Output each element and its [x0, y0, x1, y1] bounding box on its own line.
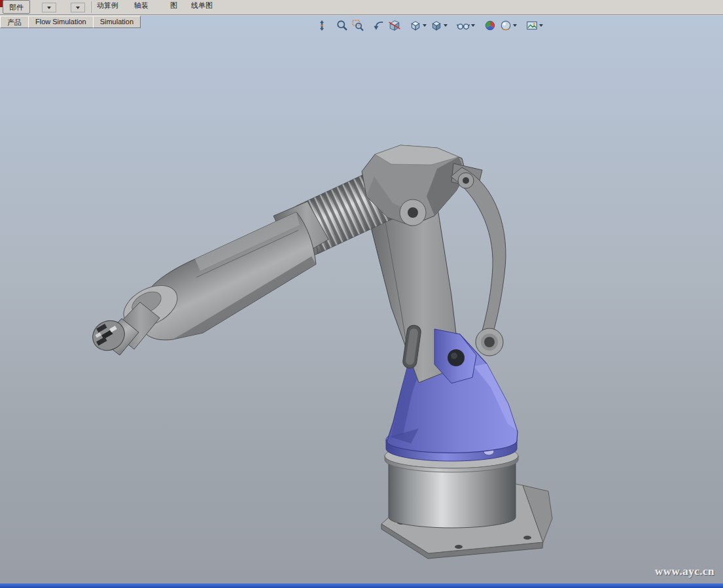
- tab-simulation[interactable]: Simulation: [93, 16, 141, 28]
- forearm-link[interactable]: [139, 212, 316, 340]
- view-settings-icon[interactable]: [525, 18, 544, 33]
- fastener-dropdown-button[interactable]: [71, 3, 85, 12]
- solidworks-window: 部件 动算例 轴装 图 线单图: [0, 0, 723, 588]
- toolbar-separator: [92, 1, 93, 13]
- chevron-down-icon: [513, 24, 517, 27]
- top-toolbar: 部件 动算例 轴装 图 线单图: [0, 0, 723, 15]
- previous-view-icon[interactable]: [372, 18, 385, 33]
- tab-flow-simulation[interactable]: Flow Simulation: [28, 16, 94, 28]
- toolbar-label-view[interactable]: 图: [170, 1, 177, 10]
- view-toolbar: [315, 18, 545, 33]
- zoom-to-area-icon[interactable]: [351, 18, 364, 33]
- zoom-to-fit-icon[interactable]: [336, 18, 349, 33]
- insert-component-label: 部件: [9, 3, 24, 11]
- apply-scene-icon[interactable]: [499, 18, 518, 33]
- zoom-in-out-icon[interactable]: [316, 18, 328, 33]
- chevron-down-icon: [47, 7, 51, 9]
- section-view-icon[interactable]: [388, 18, 401, 33]
- insert-component-button[interactable]: 部件: [3, 0, 30, 14]
- graphics-area[interactable]: 产品 Flow Simulation Simulation: [0, 16, 723, 583]
- component-dropdown-button[interactable]: [42, 3, 56, 12]
- end-effector[interactable]: [87, 302, 160, 356]
- tab-office-products[interactable]: 产品: [0, 16, 29, 28]
- view-orientation-icon[interactable]: [409, 18, 427, 33]
- chevron-down-icon: [539, 24, 543, 27]
- chevron-down-icon: [76, 7, 80, 9]
- robot-arm-model[interactable]: [0, 16, 723, 583]
- edit-appearance-icon[interactable]: [484, 18, 497, 33]
- chevron-down-icon: [444, 24, 448, 27]
- watermark: www.ayc.cn: [655, 565, 714, 578]
- taskbar-strip: [0, 583, 723, 588]
- chevron-down-icon: [423, 24, 427, 27]
- chevron-down-icon: [471, 24, 475, 27]
- toolbar-label-drawing[interactable]: 线单图: [191, 1, 213, 10]
- display-style-icon[interactable]: [430, 18, 448, 33]
- toolbar-label-assembly[interactable]: 轴装: [134, 1, 149, 10]
- linkage-rod[interactable]: [451, 164, 506, 356]
- hide-show-items-icon[interactable]: [456, 18, 476, 33]
- toolbar-label-motion-study[interactable]: 动算例: [97, 1, 118, 10]
- commandmanager-tabs: 产品 Flow Simulation Simulation: [0, 16, 140, 28]
